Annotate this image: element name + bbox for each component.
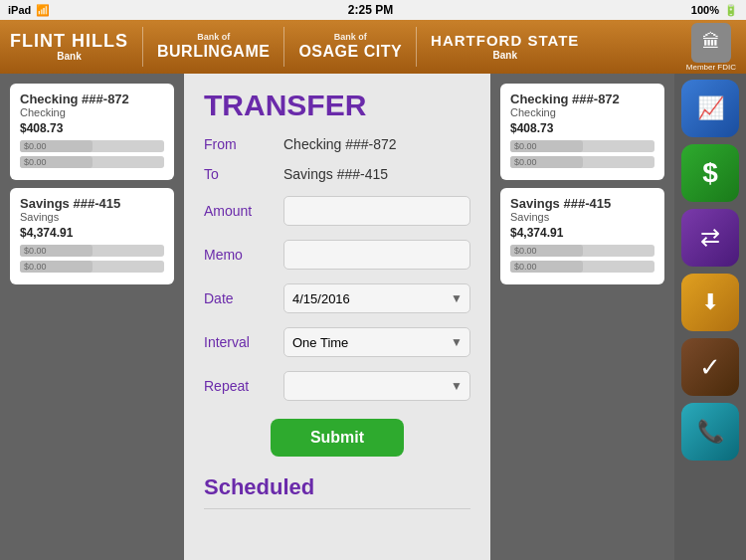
from-value: Checking ###-872 [283,136,397,152]
brand-divider-2 [283,27,284,67]
right-icon-sidebar: 📈 $ ⇄ ⬇ ✓ 📞 [674,74,746,560]
repeat-row: Repeat ▼ [204,371,470,401]
memo-label: Memo [204,247,274,263]
brand-hartford: HARTFORD STATE Bank [431,33,579,61]
right-checking-bar1: $0.00 [510,140,654,152]
left-checking-type: Checking [20,106,164,118]
dollar-icon-button[interactable]: $ [681,144,739,202]
scheduled-title: Scheduled [204,474,470,500]
right-savings-number: Savings ###-415 [510,196,654,211]
interval-row: Interval One Time Weekly Bi-Weekly Month… [204,327,470,357]
date-select-wrapper: 4/15/2016 ▼ [283,283,470,313]
submit-button[interactable]: Submit [271,419,404,457]
left-checking-card: Checking ###-872 Checking $408.73 $0.00 … [10,84,174,180]
brand-burlingame: Bank of BURLINGAME [157,33,270,60]
ipad-label: iPad [8,4,31,16]
status-right: 100% 🔋 [691,4,738,17]
right-savings-card: Savings ###-415 Savings $4,374.91 $0.00 … [500,188,664,284]
battery-icon: 🔋 [724,4,738,17]
date-label: Date [204,290,274,306]
to-value: Savings ###-415 [283,166,388,182]
right-checking-type: Checking [510,106,654,118]
memo-input[interactable] [283,240,470,270]
interval-select[interactable]: One Time Weekly Bi-Weekly Monthly [283,327,470,357]
left-savings-card: Savings ###-415 Savings $4,374.91 $0.00 … [10,188,174,284]
repeat-select-wrapper: ▼ [283,371,470,401]
flint-hills-line2: Bank [57,51,81,62]
left-checking-number: Checking ###-872 [20,92,164,106]
chart-icon-button[interactable]: 📈 [681,80,739,137]
interval-select-wrapper: One Time Weekly Bi-Weekly Monthly ▼ [283,327,470,357]
right-checking-bar2: $0.00 [510,156,654,168]
brand-group: FLINT HILLS Bank Bank of BURLINGAME Bank… [10,27,676,67]
status-left: iPad 📶 [8,4,50,17]
memo-row: Memo [204,240,470,270]
battery-label: 100% [691,4,719,16]
to-label: To [204,166,274,182]
left-sidebar: Checking ###-872 Checking $408.73 $0.00 … [0,74,184,560]
brand-divider-3 [416,27,417,67]
right-savings-type: Savings [510,211,654,223]
status-time: 2:25 PM [348,3,393,17]
deposit-icon: ⬇ [701,289,719,315]
repeat-label: Repeat [204,378,274,394]
date-row: Date 4/15/2016 ▼ [204,283,470,313]
left-checking-bar1: $0.00 [20,140,164,152]
left-savings-type: Savings [20,211,164,223]
left-savings-bar1: $0.00 [20,245,164,257]
deposit-icon-button[interactable]: ⬇ [681,274,739,331]
member-fdic: 🏛 Member FDIC [686,23,736,72]
repeat-select[interactable] [283,371,470,401]
submit-container: Submit [204,419,470,457]
fdic-icon: 🏛 [691,23,731,63]
right-checking-card: Checking ###-872 Checking $408.73 $0.00 … [500,84,664,180]
status-bar: iPad 📶 2:25 PM 100% 🔋 [0,0,746,20]
left-savings-number: Savings ###-415 [20,196,164,211]
right-savings-balance: $4,374.91 [510,226,654,240]
app-header: FLINT HILLS Bank Bank of BURLINGAME Bank… [0,20,746,74]
right-accounts-sidebar: Checking ###-872 Checking $408.73 $0.00 … [490,74,674,560]
to-row: To Savings ###-415 [204,166,470,182]
main-content: Checking ###-872 Checking $408.73 $0.00 … [0,74,746,560]
date-select[interactable]: 4/15/2016 [283,283,470,313]
fdic-label: Member FDIC [686,63,736,72]
interval-label: Interval [204,334,274,350]
dollar-icon: $ [702,157,718,189]
transfer-panel: TRANSFER From Checking ###-872 To Saving… [184,74,490,560]
check-icon: ✓ [699,352,721,383]
amount-input[interactable] [283,196,470,226]
transfer-icon-button[interactable]: ⇄ [681,209,739,267]
chart-icon: 📈 [697,95,724,121]
brand-flint-hills: FLINT HILLS Bank [10,32,128,63]
left-savings-balance: $4,374.91 [20,226,164,240]
left-checking-balance: $408.73 [20,121,164,135]
wifi-icon: 📶 [36,4,50,17]
scheduled-table [204,508,470,509]
amount-label: Amount [204,203,274,219]
left-checking-bar2: $0.00 [20,156,164,168]
amount-row: Amount [204,196,470,226]
right-checking-balance: $408.73 [510,121,654,135]
check-icon-button[interactable]: ✓ [681,338,739,396]
right-savings-bar2: $0.00 [510,261,654,273]
left-savings-bar2: $0.00 [20,261,164,273]
contact-icon-button[interactable]: 📞 [681,403,739,461]
flint-hills-line1: FLINT HILLS [10,32,128,52]
right-savings-bar1: $0.00 [510,245,654,257]
transfer-icon: ⇄ [700,224,720,252]
transfer-title: TRANSFER [204,89,470,122]
brand-divider-1 [142,27,143,67]
contact-icon: 📞 [697,419,724,445]
right-panels: Checking ###-872 Checking $408.73 $0.00 … [490,74,746,560]
right-checking-number: Checking ###-872 [510,92,654,106]
brand-osage-city: Bank of OSAGE CITY [298,33,402,60]
from-row: From Checking ###-872 [204,136,470,152]
from-label: From [204,136,274,152]
